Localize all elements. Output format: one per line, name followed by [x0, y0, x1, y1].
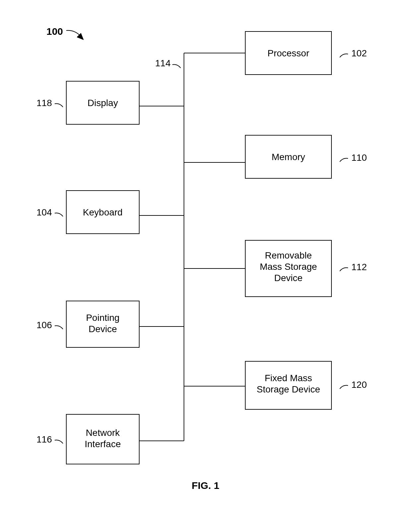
label-pointing-l2: Device: [88, 324, 117, 334]
ref-processor: 102: [351, 48, 367, 58]
ref-processor-lead: [340, 54, 348, 57]
ref-pointing: 106: [36, 320, 52, 330]
ref-display-lead: [55, 103, 63, 107]
label-network-l2: Interface: [85, 439, 121, 449]
label-removable-l3: Device: [274, 273, 303, 283]
label-display: Display: [88, 98, 118, 108]
ref-removable: 112: [351, 262, 367, 272]
ref-network: 116: [36, 434, 52, 444]
ref-pointing-lead: [55, 325, 63, 329]
ref-fixed: 120: [351, 380, 367, 390]
label-removable-l2: Mass Storage: [260, 262, 317, 272]
ref-display: 118: [36, 98, 52, 108]
figure-diagram: 100 114 Display 118 Keyboard 104 Pointin…: [0, 0, 411, 532]
bus-ref: 114: [155, 58, 171, 68]
label-keyboard: Keyboard: [83, 207, 123, 217]
label-pointing-l1: Pointing: [86, 313, 119, 323]
ref-removable-lead: [340, 267, 348, 271]
ref-keyboard-lead: [55, 213, 63, 216]
label-fixed-l1: Fixed Mass: [264, 373, 312, 383]
ref-memory-lead: [340, 158, 348, 162]
label-removable-l1: Removable: [265, 250, 312, 261]
label-fixed-l2: Storage Device: [257, 384, 320, 394]
bus-ref-lead: [172, 64, 181, 68]
system-ref-arrow-head: [77, 33, 84, 40]
label-processor: Processor: [267, 48, 309, 58]
ref-network-lead: [55, 440, 63, 443]
ref-memory: 110: [351, 152, 367, 163]
figure-caption: FIG. 1: [192, 480, 219, 491]
ref-fixed-lead: [340, 385, 348, 389]
system-ref-arrow-shaft: [66, 30, 80, 36]
label-network-l1: Network: [86, 428, 120, 438]
system-ref: 100: [46, 26, 63, 37]
label-memory: Memory: [271, 152, 305, 162]
ref-keyboard: 104: [36, 207, 52, 217]
